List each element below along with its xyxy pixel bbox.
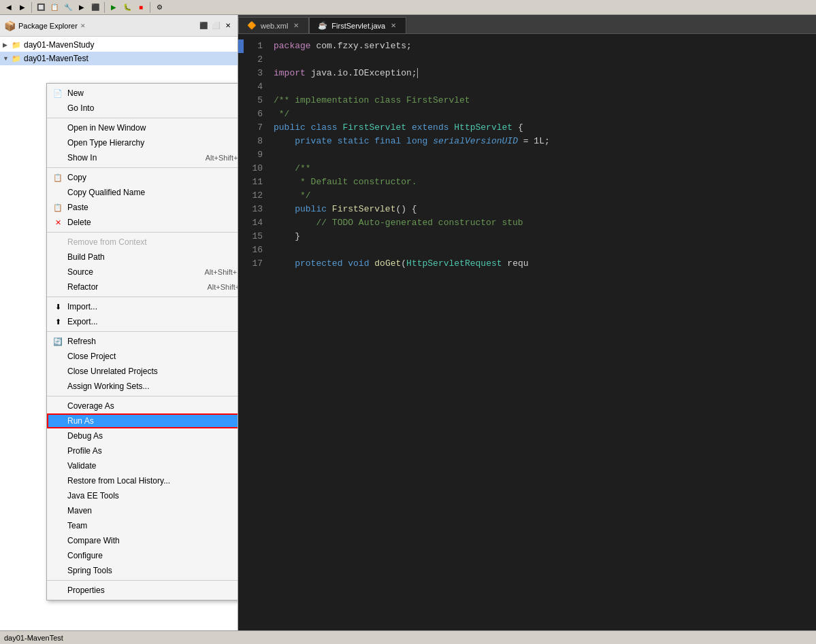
menu-label-new: New <box>67 88 84 98</box>
menu-item-assign-working-sets[interactable]: Assign Working Sets... <box>47 379 238 394</box>
paste-icon: 📋 <box>52 202 63 213</box>
toolbar-back-btn[interactable]: ◀ <box>3 1 15 14</box>
menu-item-paste[interactable]: 📋 Paste Ctrl+V <box>47 200 238 215</box>
toolbar-btn4[interactable]: ▶ <box>76 1 88 14</box>
code-line-6: 6 */ <box>238 107 816 121</box>
line-num-4: 4 <box>244 80 271 94</box>
menu-item-show-in[interactable]: Show In Alt+Shift+W ► <box>47 150 238 165</box>
menu-item-export[interactable]: ⬆ Export... <box>47 314 238 329</box>
toolbar-settings-btn[interactable]: ⚙ <box>153 1 165 14</box>
tab-web-xml[interactable]: 🔶 web.xml ✕ <box>238 17 309 33</box>
menu-label-open-type-hierarchy: Open Type Hierarchy <box>67 138 144 148</box>
toolbar-forward-btn[interactable]: ▶ <box>16 1 29 14</box>
line-content-6: */ <box>271 107 289 121</box>
menu-item-delete[interactable]: ✕ Delete Delete <box>47 215 238 230</box>
tree-label-test: day01-MavenTest <box>24 54 88 63</box>
line-content-1: package com.fzxy.servlets; <box>271 39 412 53</box>
menu-item-profile-as[interactable]: Profile As ► <box>47 443 238 458</box>
menu-item-go-into[interactable]: Go Into <box>47 101 238 116</box>
status-text: day01-MavenTest <box>4 634 63 642</box>
tab-web-xml-close[interactable]: ✕ <box>292 22 300 30</box>
line-content-5: /** implementation class FirstServlet <box>271 94 470 107</box>
menu-label-validate: Validate <box>67 461 96 471</box>
line-num-11: 11 <box>244 175 271 189</box>
import-icon: ⬇ <box>52 301 63 312</box>
toolbar-run-btn[interactable]: ▶ <box>108 1 120 14</box>
toolbar-stop-btn[interactable]: ■ <box>135 1 147 14</box>
menu-item-spring-tools[interactable]: Spring Tools ► <box>47 563 238 578</box>
panel-title: Package Explorer <box>18 22 78 30</box>
line-content-11: * Default constructor. <box>271 175 417 189</box>
export-icon: ⬆ <box>52 316 63 327</box>
line-num-17: 17 <box>244 257 271 271</box>
menu-item-copy-qualified[interactable]: Copy Qualified Name <box>47 185 238 200</box>
menu-item-refresh[interactable]: 🔄 Refresh F5 <box>47 334 238 349</box>
panel-close-btn[interactable]: ✕ <box>223 20 233 31</box>
menu-item-refactor[interactable]: Refactor Alt+Shift+T ► <box>47 279 238 294</box>
panel-expand-btn[interactable]: ⬜ <box>210 20 221 31</box>
toolbar-btn2[interactable]: 📋 <box>48 1 61 14</box>
tab-first-servlet-label: FirstServlet.java <box>331 22 385 30</box>
line-num-14: 14 <box>244 216 271 230</box>
line-num-16: 16 <box>244 243 271 257</box>
panel-collapse-btn[interactable]: ⬛ <box>198 20 209 31</box>
menu-item-new[interactable]: 📄 New ► <box>47 86 238 101</box>
line-marker-1 <box>238 39 244 53</box>
tree-item-maven-test[interactable]: ▼ 📁 day01-MavenTest <box>0 52 238 65</box>
line-content-17: protected void doGet(HttpServletRequest … <box>271 257 529 271</box>
menu-label-assign-working-sets: Assign Working Sets... <box>67 382 150 391</box>
line-num-9: 9 <box>244 148 271 162</box>
line-content-9 <box>271 148 279 162</box>
main-layout: 📦 Package Explorer ✕ ⬛ ⬜ ✕ ▶ 📁 day01-Mav… <box>0 15 816 644</box>
toolbar-btn3[interactable]: 🔧 <box>62 1 74 14</box>
code-line-1: 1 package com.fzxy.servlets; <box>238 39 816 53</box>
menu-label-copy: Copy <box>67 173 86 182</box>
menu-item-validate[interactable]: Validate <box>47 458 238 473</box>
menu-item-java-ee-tools[interactable]: Java EE Tools ► <box>47 488 238 503</box>
line-num-7: 7 <box>244 121 271 135</box>
menu-item-open-type-hierarchy[interactable]: Open Type Hierarchy F4 <box>47 135 238 150</box>
code-line-12: 12 */ <box>238 189 816 203</box>
menu-label-delete: Delete <box>67 218 91 227</box>
toolbar: ◀ ▶ 🔲 📋 🔧 ▶ ⬛ ▶ 🐛 ■ ⚙ <box>0 0 816 15</box>
menu-item-close-unrelated[interactable]: Close Unrelated Projects <box>47 364 238 379</box>
menu-item-compare-with[interactable]: Compare With ► <box>47 533 238 548</box>
menu-item-build-path[interactable]: Build Path ► <box>47 250 238 265</box>
menu-item-remove-context: Remove from Context Ctrl+Alt+Shift+Down <box>47 235 238 250</box>
line-num-5: 5 <box>244 94 271 107</box>
toolbar-btn1[interactable]: 🔲 <box>35 1 47 14</box>
shortcut-show-in: Alt+Shift+W <box>192 154 238 162</box>
toolbar-debug-btn[interactable]: 🐛 <box>121 1 133 14</box>
menu-item-restore-history[interactable]: Restore from Local History... <box>47 473 238 488</box>
menu-item-properties[interactable]: Properties Alt+Enter <box>47 583 238 598</box>
menu-item-debug-as[interactable]: Debug As ► <box>47 428 238 443</box>
separator-4 <box>47 296 238 297</box>
tab-first-servlet[interactable]: ☕ FirstServlet.java ✕ <box>309 17 406 33</box>
menu-item-team[interactable]: Team ► <box>47 518 238 533</box>
context-menu: 📄 New ► Go Into Open in New Window Open … <box>46 83 238 600</box>
menu-label-spring-tools: Spring Tools <box>67 566 112 575</box>
menu-item-maven[interactable]: Maven ► <box>47 503 238 518</box>
menu-label-open-new-window: Open in New Window <box>67 123 146 133</box>
menu-item-import[interactable]: ⬇ Import... <box>47 299 238 314</box>
code-line-10: 10 /** <box>238 162 816 175</box>
code-line-2: 2 <box>238 53 816 67</box>
line-num-10: 10 <box>244 162 271 175</box>
menu-item-close-project[interactable]: Close Project <box>47 349 238 364</box>
menu-item-configure[interactable]: Configure ► <box>47 548 238 563</box>
menu-label-configure: Configure <box>67 551 103 560</box>
menu-label-copy-qualified: Copy Qualified Name <box>67 188 145 197</box>
tree-item-maven-study[interactable]: ▶ 📁 day01-MavenStudy <box>0 38 238 52</box>
tab-first-servlet-close[interactable]: ✕ <box>389 22 397 30</box>
menu-item-source[interactable]: Source Alt+Shift+S ► <box>47 265 238 279</box>
menu-item-coverage-as[interactable]: Coverage As ► <box>47 399 238 413</box>
toolbar-btn5[interactable]: ⬛ <box>89 1 101 14</box>
menu-item-open-new-window[interactable]: Open in New Window <box>47 120 238 135</box>
code-line-14: 14 // TODO Auto-generated constructor st… <box>238 216 816 230</box>
line-num-15: 15 <box>244 230 271 243</box>
code-area[interactable]: 1 package com.fzxy.servlets; 2 3 import … <box>238 34 816 644</box>
code-line-11: 11 * Default constructor. <box>238 175 816 189</box>
line-content-4 <box>271 80 279 94</box>
menu-item-run-as[interactable]: Run As ► <box>47 413 238 428</box>
menu-item-copy[interactable]: 📋 Copy Ctrl+C <box>47 170 238 185</box>
